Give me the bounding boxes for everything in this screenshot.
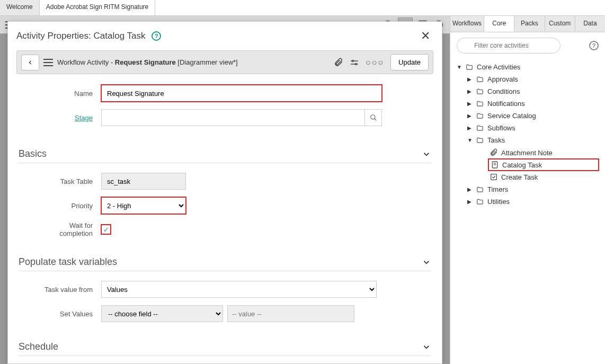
tree-label: Utilities [487, 198, 510, 206]
arrow-right-icon: ▶ [467, 101, 474, 106]
tree-label: Timers [487, 185, 508, 193]
activity-title: Workflow Activity - Request Signature [D… [57, 58, 238, 66]
attachment-icon[interactable] [334, 58, 343, 67]
arrow-down-icon: ▼ [467, 137, 474, 143]
help-icon[interactable]: ? [589, 41, 599, 50]
name-label: Name [34, 90, 93, 97]
workflow-canvas: Adobe Sign RITM Signature - Checked out … [0, 16, 450, 364]
arrow-right-icon: ▶ [467, 125, 474, 131]
name-input[interactable] [101, 85, 382, 102]
chevron-down-icon [422, 258, 431, 267]
tree-label: Tasks [487, 136, 505, 144]
tree-create-task[interactable]: Create Task [488, 171, 599, 183]
tree-label: Approvals [487, 75, 518, 83]
section-schedule-title: Schedule [19, 341, 58, 352]
folder-icon [476, 76, 484, 83]
activity-toolbar: Workflow Activity - Request Signature [D… [16, 50, 433, 74]
tab-core[interactable]: Core [484, 16, 514, 32]
tree-tasks[interactable]: ▼ Tasks [467, 134, 599, 146]
wait-for-completion-checkbox[interactable]: ✓ [101, 225, 111, 234]
arrow-down-icon: ▼ [457, 64, 463, 70]
tab-welcome[interactable]: Welcome [0, 0, 40, 15]
set-values-field-select[interactable]: -- choose field -- [101, 305, 223, 322]
help-icon[interactable]: ? [152, 31, 161, 41]
set-values-label: Set Values [34, 310, 93, 318]
back-button[interactable] [21, 55, 39, 70]
menu-icon[interactable] [43, 59, 53, 66]
tab-adobe-sign[interactable]: Adobe Acrobat Sign RITM Signature [40, 0, 155, 15]
folder-icon [476, 186, 484, 193]
svg-point-10 [355, 63, 357, 65]
tab-custom[interactable]: Custom [545, 16, 575, 32]
tab-data[interactable]: Data [575, 16, 605, 32]
folder-icon [476, 125, 484, 132]
attachment-icon [490, 148, 498, 157]
priority-select[interactable]: 2 - High [101, 197, 186, 214]
task-value-from-label: Task value from [34, 286, 93, 294]
tree-label: Conditions [487, 87, 520, 95]
tree-approvals[interactable]: ▶ Approvals [467, 73, 599, 85]
task-table-label: Task Table [34, 177, 93, 185]
tree-label: Attachment Note [501, 149, 553, 157]
section-schedule-header[interactable]: Schedule [19, 341, 431, 356]
tree-label: Subflows [487, 124, 515, 132]
tree-timers[interactable]: ▶ Timers [467, 183, 599, 196]
tree-utilities[interactable]: ▶ Utilities [467, 196, 599, 208]
svg-line-12 [374, 119, 376, 121]
tree-attachment-note[interactable]: Attachment Note [488, 146, 599, 159]
tab-workflows[interactable]: Workflows [450, 16, 484, 32]
arrow-right-icon: ▶ [467, 76, 474, 82]
stage-input[interactable] [101, 109, 365, 126]
task-value-from-select[interactable]: Values [101, 281, 377, 298]
tree-service-catalog[interactable]: ▶ Service Catalog [467, 110, 599, 122]
arrow-right-icon: ▶ [467, 187, 474, 192]
folder-icon [476, 112, 484, 120]
set-values-value-input[interactable] [227, 305, 354, 322]
update-button[interactable]: Update [390, 54, 429, 70]
filter-activities-input[interactable] [457, 38, 560, 54]
tree-label: Service Catalog [487, 112, 536, 120]
arrow-right-icon: ▶ [467, 88, 474, 94]
stage-lookup-button[interactable] [365, 109, 382, 126]
task-table-input [101, 173, 186, 190]
activities-tree: ▼ Core Activities ▶ Approvals ▶ Conditio… [450, 59, 605, 214]
folder-icon [476, 198, 484, 206]
arrow-right-icon: ▶ [467, 199, 474, 205]
stage-label[interactable]: Stage [34, 114, 93, 122]
folder-icon [476, 137, 484, 144]
tree-label: Catalog Task [502, 161, 542, 169]
folder-icon [465, 64, 474, 71]
tree-conditions[interactable]: ▶ Conditions [467, 85, 599, 97]
wait-for-completion-label: Wait for completion [34, 221, 93, 237]
modal-title: Activity Properties: Catalog Task [16, 31, 145, 41]
folder-icon [476, 100, 484, 108]
chevron-down-icon [422, 149, 431, 159]
checkbox-icon [490, 173, 498, 181]
activity-properties-modal: Activity Properties: Catalog Task ? ✕ Wo… [7, 21, 442, 364]
tree-notifications[interactable]: ▶ Notifications [467, 97, 599, 110]
tab-packs[interactable]: Packs [514, 16, 545, 32]
tree-label: Notifications [487, 100, 525, 108]
arrow-right-icon: ▶ [467, 113, 474, 119]
tree-core-activities[interactable]: ▼ Core Activities [457, 61, 599, 73]
svg-point-9 [352, 60, 354, 61]
section-populate-header[interactable]: Populate task variables [19, 256, 431, 271]
svg-point-11 [370, 115, 375, 119]
close-icon[interactable]: ✕ [417, 29, 433, 43]
tree-catalog-task[interactable]: Catalog Task [488, 159, 599, 171]
task-icon [491, 161, 499, 169]
tree-subflows[interactable]: ▶ Subflows [467, 122, 599, 134]
svg-rect-18 [491, 174, 497, 180]
priority-label: Priority [34, 202, 93, 210]
folder-icon [476, 88, 484, 95]
more-options-icon[interactable]: ○○○ [366, 58, 384, 67]
chevron-down-icon [422, 342, 431, 352]
tree-label: Core Activities [477, 63, 520, 71]
section-basics-title: Basics [19, 148, 47, 159]
section-populate-title: Populate task variables [19, 256, 117, 268]
settings-sliders-icon[interactable] [350, 58, 359, 67]
section-basics-header[interactable]: Basics [19, 148, 431, 163]
tree-label: Create Task [501, 173, 538, 181]
right-panel: Workflows Core Packs Custom Data ? ▼ Cor… [450, 16, 605, 364]
